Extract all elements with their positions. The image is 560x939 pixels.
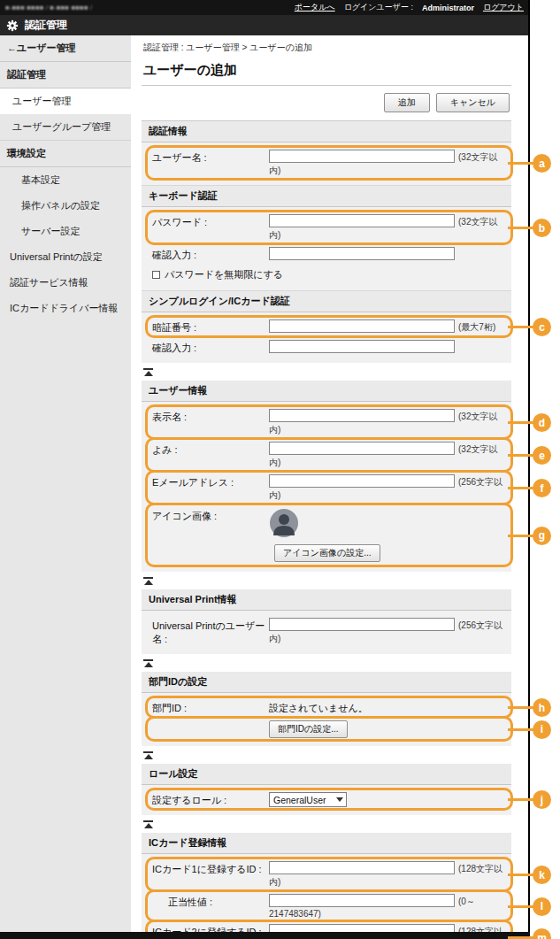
display-name-limit-wrap: 内) bbox=[269, 424, 497, 436]
page-title: ユーザーの追加 bbox=[142, 62, 511, 86]
dept-id-button-row: 部門IDの設定... bbox=[147, 718, 506, 741]
cancel-button[interactable]: キャンセル bbox=[436, 93, 510, 112]
callout-connector-l bbox=[508, 905, 534, 908]
separator bbox=[142, 363, 511, 381]
sidebar-item-ic-card-driver-info[interactable]: ICカードドライバー情報 bbox=[0, 296, 131, 321]
pin-input[interactable] bbox=[269, 319, 455, 333]
section-universal-print: Universal Print情報 Universal Printのユーザー名 … bbox=[142, 589, 511, 654]
email-limit: (256文字以 bbox=[458, 476, 502, 489]
chevron-down-icon bbox=[336, 797, 343, 802]
password-limit-wrap: 内) bbox=[269, 229, 497, 242]
separator bbox=[142, 746, 511, 764]
sidebar-item-basic-settings[interactable]: 基本設定 bbox=[0, 167, 131, 193]
callout-connector-h bbox=[508, 706, 534, 709]
callout-connector-a bbox=[508, 162, 534, 165]
sidebar-item-control-panel-settings[interactable]: 操作パネルの設定 bbox=[0, 193, 131, 219]
sidebar-item-user-management[interactable]: ユーザー管理 bbox=[0, 89, 131, 114]
email-input[interactable] bbox=[269, 474, 455, 488]
device-model-redacted: ■-■■■ ■■■■ / ■-■■■ ■■■■ / bbox=[5, 4, 92, 12]
universal-print-user-limit-wrap: 内) bbox=[269, 633, 502, 645]
password-no-expiry-checkbox[interactable] bbox=[152, 271, 160, 279]
login-user-label: ログインユーザー : bbox=[344, 2, 413, 13]
section-user-info: ユーザー情報 表示名 : (32文字以 内) よみ : (32文字以 内) bbox=[142, 381, 511, 572]
password-confirm-input[interactable] bbox=[269, 247, 455, 260]
email-limit-wrap: 内) bbox=[269, 489, 502, 502]
back-to-top-icon[interactable] bbox=[143, 820, 153, 828]
sidebar-back-user-management[interactable]: ←ユーザー管理 bbox=[0, 35, 131, 62]
yomi-limit-wrap: 内) bbox=[269, 457, 497, 469]
password-row: パスワード : (32文字以 内) bbox=[147, 212, 506, 244]
sidebar-item-universal-print-settings[interactable]: Universal Printの設定 bbox=[0, 244, 131, 270]
ic-card1-id-input[interactable] bbox=[269, 861, 455, 874]
role-select[interactable]: GeneralUser bbox=[269, 792, 347, 807]
section-ic-card: ICカード登録情報 ICカード1に登録するID : (128文字以 内) 正当性… bbox=[142, 833, 511, 939]
separator bbox=[142, 654, 511, 672]
sidebar-group-environment-settings: 環境設定 bbox=[0, 141, 131, 167]
set-icon-image-button[interactable]: アイコン画像の設定... bbox=[274, 544, 380, 562]
dept-id-label: 部門ID : bbox=[147, 700, 269, 715]
role-label: 設定するロール : bbox=[147, 792, 269, 807]
callout-c: c bbox=[533, 318, 551, 336]
sidebar-item-server-settings[interactable]: サーバー設定 bbox=[0, 219, 131, 244]
back-to-top-icon[interactable] bbox=[143, 577, 153, 585]
dept-id-row: 部門ID : 設定されていません。 bbox=[147, 697, 506, 718]
universal-print-user-input[interactable] bbox=[269, 618, 455, 631]
sidebar-group-auth-management: 認証管理 bbox=[0, 62, 131, 89]
back-to-top-icon[interactable] bbox=[143, 659, 153, 667]
callout-connector-k bbox=[508, 874, 534, 876]
set-dept-id-button[interactable]: 部門IDの設定... bbox=[269, 720, 348, 738]
add-button[interactable]: 追加 bbox=[384, 93, 430, 112]
universal-print-user-row: Universal Printのユーザー名 : (256文字以 内) bbox=[147, 615, 506, 649]
password-confirm-label: 確認入力 : bbox=[147, 247, 269, 262]
yomi-input[interactable] bbox=[269, 442, 455, 455]
sidebar-item-user-group-management[interactable]: ユーザーグループ管理 bbox=[0, 114, 131, 141]
ic-card1-validity-limit-wrap: 2147483647) bbox=[269, 909, 475, 919]
logout-link[interactable]: ログアウト bbox=[483, 2, 524, 13]
pin-confirm-input[interactable] bbox=[269, 340, 455, 353]
email-label: Eメールアドレス : bbox=[147, 474, 269, 489]
sidebar: ←ユーザー管理 認証管理 ユーザー管理 ユーザーグループ管理 環境設定 基本設定… bbox=[0, 35, 131, 932]
back-to-top-icon[interactable] bbox=[143, 751, 153, 759]
display-name-row: 表示名 : (32文字以 内) bbox=[147, 406, 506, 439]
user-name-input[interactable] bbox=[269, 150, 455, 163]
ic-card1-validity-row: 正当性値 : (0～ 2147483647) bbox=[147, 891, 506, 921]
display-name-limit: (32文字以 bbox=[458, 411, 497, 423]
role-select-value: GeneralUser bbox=[273, 795, 326, 805]
callout-l: l bbox=[533, 897, 551, 916]
ic-card1-validity-label: 正当性値 : bbox=[147, 894, 269, 909]
dept-id-value: 設定されていません。 bbox=[269, 700, 368, 715]
section-auth-info: 認証情報 ユーザー名 : (32文字以 内) キーボード認証 パスワード : bbox=[142, 121, 511, 363]
callout-h: h bbox=[533, 698, 551, 717]
callout-j: j bbox=[533, 790, 551, 809]
yomi-limit: (32文字以 bbox=[458, 443, 497, 456]
ic-card1-validity-limit: (0～ bbox=[458, 896, 475, 908]
role-row: 設定するロール : GeneralUser bbox=[147, 789, 506, 810]
section-title-user-info: ユーザー情報 bbox=[142, 381, 511, 402]
callout-connector-i bbox=[508, 728, 534, 731]
ic-card1-validity-input[interactable] bbox=[269, 894, 455, 907]
sidebar-item-auth-service-info[interactable]: 認証サービス情報 bbox=[0, 270, 131, 296]
main-content: 認証管理 : ユーザー管理 > ユーザーの追加 ユーザーの追加 追加 キャンセル… bbox=[142, 35, 511, 939]
password-no-expiry-row: パスワードを無期限にする bbox=[147, 265, 506, 285]
section-role: ロール設定 設定するロール : GeneralUser bbox=[142, 764, 511, 815]
callout-b: b bbox=[533, 219, 551, 237]
callout-connector-f bbox=[508, 487, 534, 489]
yomi-label: よみ : bbox=[147, 442, 269, 457]
action-bar: 追加 キャンセル bbox=[142, 86, 511, 121]
callout-g: g bbox=[533, 527, 551, 545]
password-input[interactable] bbox=[269, 214, 455, 227]
universal-print-user-label: Universal Printのユーザー名 : bbox=[147, 618, 269, 646]
callout-connector-d bbox=[508, 421, 534, 424]
callout-connector-j bbox=[508, 798, 534, 801]
back-to-top-icon[interactable] bbox=[143, 368, 153, 376]
portal-link[interactable]: ポータルへ bbox=[295, 2, 335, 13]
ic-card1-limit-wrap: 内) bbox=[269, 876, 502, 889]
callout-i: i bbox=[533, 720, 551, 739]
breadcrumb: 認証管理 : ユーザー管理 > ユーザーの追加 bbox=[142, 35, 511, 62]
password-no-expiry-label: パスワードを無期限にする bbox=[165, 268, 283, 281]
display-name-input[interactable] bbox=[269, 409, 455, 422]
password-limit: (32文字以 bbox=[458, 216, 497, 228]
user-name-row: ユーザー名 : (32文字以 内) bbox=[147, 147, 506, 180]
back-arrow-icon: ← bbox=[7, 42, 17, 53]
callout-connector-c bbox=[508, 326, 534, 328]
